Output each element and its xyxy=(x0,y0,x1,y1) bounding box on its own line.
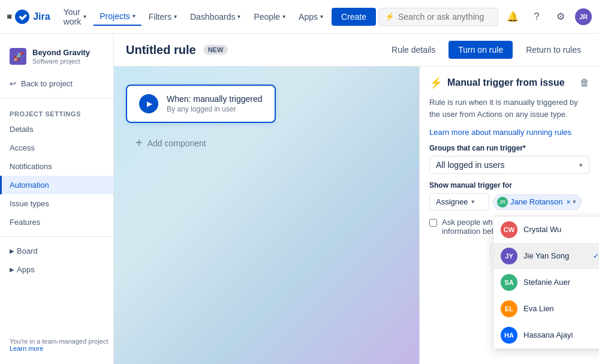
nav-your-work[interactable]: Your work ▾ xyxy=(58,4,93,30)
stefanie-avatar: SA xyxy=(501,274,517,291)
jie-name: Jie Yan Song xyxy=(523,251,569,260)
delete-button[interactable]: 🗑 xyxy=(580,77,589,88)
sidebar-item-features[interactable]: Features xyxy=(0,213,113,231)
rule-canvas: When: manually triggered By any logged i… xyxy=(114,67,419,364)
nav-apps[interactable]: Apps ▾ xyxy=(293,8,329,25)
footer-text-sidebar: You're in a team-managed project Learn m… xyxy=(0,330,114,359)
help-button[interactable]: ? xyxy=(527,7,546,26)
show-for-row: Assignee ▾ JR Jane Rotanson × ▾ xyxy=(429,193,589,210)
chevron-icon: ▾ xyxy=(320,13,323,20)
content-area: Untitled rule NEW Rule details Turn on r… xyxy=(114,34,599,364)
sidebar-item-board[interactable]: ▶ Board xyxy=(0,242,113,260)
chevron-icon: ▾ xyxy=(174,13,177,20)
trigger-title: When: manually triggered xyxy=(167,94,263,104)
search-icon: ⚡ xyxy=(385,12,395,21)
user-dropdown: CW Crystal Wu JY Jie Yan Song ✓ SA Stefa… xyxy=(493,216,599,349)
rule-status-badge: NEW xyxy=(203,45,228,55)
canvas-panel-wrapper: When: manually triggered By any logged i… xyxy=(114,67,599,364)
tag-name: Jane Rotanson xyxy=(510,197,562,206)
search-bar[interactable]: ⚡ xyxy=(378,8,498,26)
chevron-down-icon-2: ▾ xyxy=(471,198,475,206)
top-nav: Jira Your work ▾ Projects ▾ Filters ▾ Da… xyxy=(0,0,599,34)
eva-avatar: EL xyxy=(501,300,517,317)
lightning-icon: ⚡ xyxy=(429,76,443,89)
create-button[interactable]: Create xyxy=(332,8,376,26)
rule-header: Untitled rule NEW Rule details Turn on r… xyxy=(114,34,599,67)
nav-projects[interactable]: Projects ▾ xyxy=(94,8,142,26)
settings-button[interactable]: ⚙ xyxy=(551,7,570,26)
tag-user-avatar: JR xyxy=(497,197,508,207)
show-for-label: Show manual trigger for xyxy=(429,181,589,189)
sidebar-item-issue-types[interactable]: Issue types xyxy=(0,194,113,213)
chevron-down-icon-3: ▾ xyxy=(573,198,576,206)
groups-select[interactable]: All logged in users ▾ xyxy=(429,156,589,174)
chevron-down-icon: ▾ xyxy=(579,161,583,169)
grid-menu-button[interactable] xyxy=(7,7,11,26)
main-layout: 🚀 Beyond Gravity Software project ↩ Back… xyxy=(0,34,599,364)
plus-icon: + xyxy=(136,136,143,150)
sidebar: 🚀 Beyond Gravity Software project ↩ Back… xyxy=(0,34,114,364)
field-value: Assignee xyxy=(436,197,468,206)
trigger-block[interactable]: When: manually triggered By any logged i… xyxy=(126,85,276,123)
back-icon: ↩ xyxy=(10,79,16,88)
svg-rect-3 xyxy=(7,16,8,17)
jira-text: Jira xyxy=(33,11,50,22)
svg-rect-6 xyxy=(7,17,8,19)
sidebar-item-details[interactable]: Details xyxy=(0,120,113,139)
project-settings-label: Project settings xyxy=(0,103,113,120)
svg-rect-0 xyxy=(7,14,8,16)
user-item-hassana[interactable]: HA Hassana Ajayi xyxy=(493,322,599,348)
hassana-name: Hassana Ajayi xyxy=(523,330,573,339)
trigger-subtitle: By any logged in user xyxy=(167,105,263,113)
bell-icon: 🔔 xyxy=(507,11,519,22)
panel-header: ⚡ Manual trigger from issue 🗑 xyxy=(429,76,589,89)
user-avatar[interactable]: JR xyxy=(575,8,592,25)
svg-rect-1 xyxy=(9,14,10,16)
panel-title-row: ⚡ Manual trigger from issue xyxy=(429,76,565,89)
jira-logo[interactable]: Jira xyxy=(14,8,50,25)
project-name: Beyond Gravity xyxy=(32,48,90,58)
crystal-name: Crystal Wu xyxy=(523,225,561,234)
grid-icon xyxy=(7,14,11,19)
project-header: 🚀 Beyond Gravity Software project xyxy=(0,43,113,74)
search-input[interactable] xyxy=(398,12,488,22)
nav-right: ⚡ 🔔 ? ⚙ JR xyxy=(378,7,592,26)
rule-actions: Rule details Turn on rule Return to rule… xyxy=(386,41,587,59)
sidebar-item-access[interactable]: Access xyxy=(0,139,113,157)
sidebar-item-notifications[interactable]: Notifications xyxy=(0,157,113,176)
sidebar-item-automation[interactable]: Automation xyxy=(0,176,113,194)
svg-rect-4 xyxy=(9,16,10,17)
add-component-button[interactable]: + Add component xyxy=(126,130,216,156)
svg-rect-7 xyxy=(9,17,10,19)
user-item-stefanie[interactable]: SA Stefanie Auer xyxy=(493,269,599,296)
stefanie-name: Stefanie Auer xyxy=(523,278,570,287)
sidebar-divider xyxy=(0,98,113,98)
back-to-project[interactable]: ↩ Back to project xyxy=(0,74,113,93)
jie-avatar: JY xyxy=(501,248,517,264)
expand-icon-2: ▶ xyxy=(10,266,14,273)
assignee-tag[interactable]: JR Jane Rotanson × ▾ xyxy=(493,194,582,210)
user-item-crystal[interactable]: CW Crystal Wu xyxy=(493,216,599,243)
nav-dashboards[interactable]: Dashboards ▾ xyxy=(184,8,247,25)
project-icon: 🚀 xyxy=(10,48,26,65)
nav-filters[interactable]: Filters ▾ xyxy=(143,8,183,25)
chevron-icon: ▾ xyxy=(282,13,285,20)
sidebar-item-apps[interactable]: ▶ Apps xyxy=(0,260,113,279)
svg-rect-2 xyxy=(10,14,11,16)
learn-more-link[interactable]: Learn more xyxy=(10,345,43,352)
panel-description: Rule is run when it is manually triggere… xyxy=(429,97,589,120)
learn-more-link-panel[interactable]: Learn more about manually running rules xyxy=(429,128,571,137)
tag-remove-button[interactable]: × xyxy=(566,198,570,206)
play-icon xyxy=(139,94,158,113)
trash-icon: 🗑 xyxy=(580,77,589,88)
return-to-rules-button[interactable]: Return to rules xyxy=(520,41,587,58)
turn-on-rule-button[interactable]: Turn on rule xyxy=(449,41,513,59)
notifications-button[interactable]: 🔔 xyxy=(503,7,522,26)
nav-people[interactable]: People ▾ xyxy=(248,8,291,25)
field-select[interactable]: Assignee ▾ xyxy=(429,193,489,210)
crystal-avatar: CW xyxy=(501,221,517,238)
user-item-jie[interactable]: JY Jie Yan Song ✓ xyxy=(493,243,599,269)
user-item-eva[interactable]: EL Eva Lien xyxy=(493,296,599,322)
rule-details-button[interactable]: Rule details xyxy=(386,41,441,58)
ask-people-checkbox[interactable] xyxy=(429,219,437,227)
